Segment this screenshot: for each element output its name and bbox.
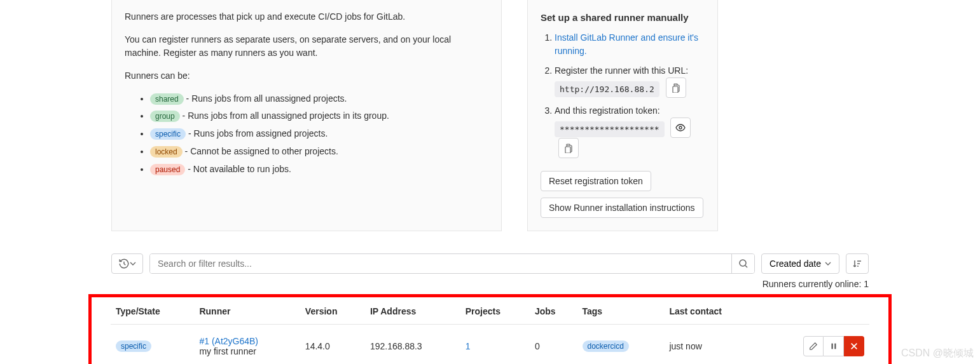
pause-runner-button[interactable]	[824, 336, 844, 356]
col-type: Type/State	[111, 297, 194, 325]
col-ip: IP Address	[365, 297, 460, 325]
type-desc: - Runs jobs from assigned projects.	[186, 128, 328, 138]
search-icon	[738, 259, 749, 269]
svg-point-5	[740, 260, 746, 266]
reveal-token-button[interactable]	[670, 118, 691, 138]
svg-rect-6	[831, 344, 832, 349]
col-tags: Tags	[577, 297, 665, 325]
svg-rect-4	[565, 147, 570, 153]
history-icon	[118, 258, 130, 269]
type-desc: - Runs jobs from all unassigned projects…	[180, 111, 389, 121]
info-text: Runners can be:	[125, 69, 488, 83]
runner-ip: 192.168.88.3	[365, 325, 460, 364]
search-input[interactable]	[150, 254, 731, 273]
runner-version: 14.4.0	[300, 325, 365, 364]
col-runner: Runner	[194, 297, 300, 325]
runners-online: Runners currently online: 1	[111, 279, 869, 289]
pencil-icon	[809, 342, 818, 351]
col-projects: Projects	[460, 297, 530, 325]
search-filter	[149, 253, 755, 274]
step-text: Register the runner with this URL:	[555, 65, 688, 76]
badge-shared: shared	[150, 93, 184, 105]
svg-rect-7	[834, 344, 836, 349]
edit-runner-button[interactable]	[803, 336, 824, 356]
sort-dropdown[interactable]: Created date	[761, 253, 839, 274]
runner-tag: dockercicd	[583, 340, 629, 352]
info-text: Runners are processes that pick up and e…	[125, 10, 488, 24]
badge-locked: locked	[150, 146, 183, 158]
online-count: 1	[864, 279, 869, 289]
sort-label: Created date	[770, 259, 821, 269]
show-instructions-button[interactable]: Show Runner installation instructions	[541, 198, 703, 218]
copy-url-button[interactable]	[666, 78, 686, 98]
badge-specific: specific	[150, 128, 186, 140]
setup-title: Set up a shared runner manually	[541, 10, 705, 25]
chevron-down-icon	[825, 260, 831, 267]
pause-icon	[829, 342, 838, 351]
runners-table-highlight: Type/State Runner Version IP Address Pro…	[88, 294, 892, 364]
info-text: You can register runners as separate use…	[125, 33, 488, 60]
register-token: ********************	[555, 121, 665, 138]
clipboard-icon	[563, 143, 574, 153]
svg-point-2	[679, 126, 682, 129]
eye-icon	[675, 123, 686, 133]
register-url: http://192.168.88.2	[555, 81, 659, 98]
row-type-badge: specific	[116, 340, 151, 352]
svg-rect-1	[673, 86, 678, 93]
delete-runner-button[interactable]	[844, 336, 864, 356]
sort-direction-button[interactable]	[846, 253, 869, 274]
runners-table: Type/State Runner Version IP Address Pro…	[111, 297, 869, 364]
runners-info-panel: Runners are processes that pick up and e…	[111, 0, 502, 231]
online-label: Runners currently online:	[763, 279, 864, 289]
type-desc: - Not available to run jobs.	[185, 164, 291, 174]
col-version: Version	[300, 297, 365, 325]
search-button[interactable]	[731, 254, 754, 273]
chevron-down-icon	[130, 260, 136, 267]
watermark: CSDN @晓倾城	[901, 347, 974, 360]
col-jobs: Jobs	[530, 297, 577, 325]
table-row: specific #1 (At2yG64B) my first runner 1…	[111, 325, 869, 364]
runner-last-contact: just now	[664, 325, 760, 364]
type-desc: - Cannot be assigned to other projects.	[183, 146, 338, 156]
runner-projects[interactable]: 1	[466, 341, 471, 351]
copy-token-button[interactable]	[558, 138, 579, 158]
type-desc: - Runs jobs from all unassigned projects…	[184, 93, 347, 104]
close-icon	[850, 342, 859, 351]
runner-jobs: 0	[530, 325, 577, 364]
recent-searches-button[interactable]	[111, 253, 143, 274]
setup-panel: Set up a shared runner manually Install …	[527, 0, 718, 231]
col-last: Last contact	[664, 297, 760, 325]
runner-desc: my first runner	[199, 346, 256, 356]
runner-link[interactable]: #1 (At2yG64B)	[199, 336, 258, 346]
sort-desc-icon	[852, 259, 862, 269]
clipboard-icon	[671, 83, 681, 93]
runner-types-list: shared - Runs jobs from all unassigned p…	[125, 92, 488, 176]
step-text: And this registration token:	[555, 105, 660, 116]
reset-token-button[interactable]: Reset registration token	[541, 171, 651, 191]
badge-group: group	[150, 111, 180, 122]
badge-paused: paused	[150, 164, 185, 175]
install-runner-link[interactable]: Install GitLab Runner and ensure it's ru…	[555, 32, 698, 56]
